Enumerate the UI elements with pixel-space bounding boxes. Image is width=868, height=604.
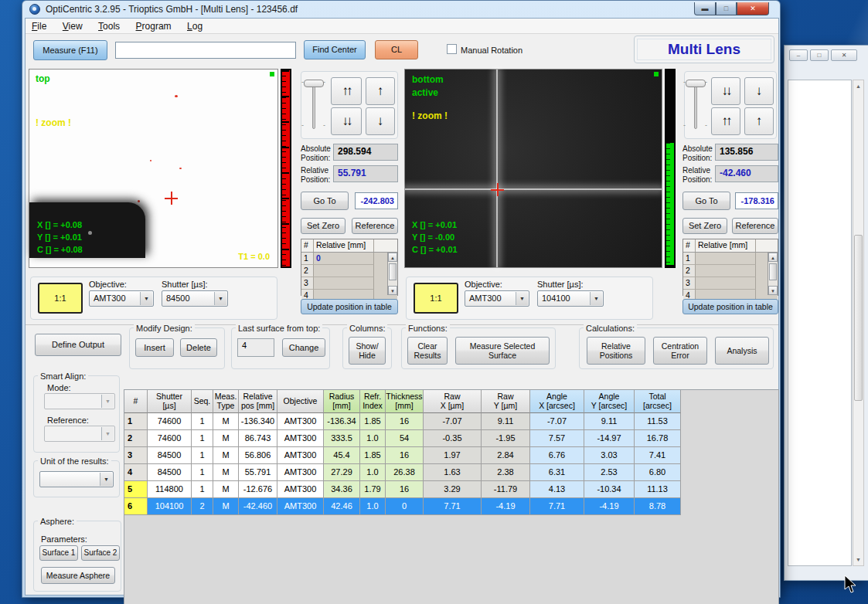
table-cell[interactable]: 84500 <box>148 464 192 481</box>
table-cell[interactable]: AMT300 <box>277 481 324 498</box>
table-cell[interactable]: 8.78 <box>635 498 681 515</box>
table-cell[interactable]: AMT300 <box>277 430 324 447</box>
table-cell[interactable]: 3.29 <box>424 481 482 498</box>
command-input[interactable] <box>115 42 296 59</box>
bg-close-icon[interactable]: ✕ <box>831 49 857 61</box>
table-cell[interactable]: 74600 <box>148 430 192 447</box>
table-cell[interactable]: 7.71 <box>530 498 584 515</box>
right-camera-view[interactable]: bottom active ! zoom ! X [] = +0.01 Y []… <box>404 69 662 268</box>
left-update-position-button[interactable]: Update position in table <box>301 299 398 314</box>
table-cell[interactable]: 16 <box>386 413 424 430</box>
left-ratio-button[interactable]: 1:1 <box>38 283 83 314</box>
table-cell[interactable]: -4.19 <box>584 498 635 515</box>
scroll-down-icon[interactable]: ▼ <box>854 555 863 565</box>
pos-table-scrollbar[interactable]: ▲ ▼ <box>387 253 397 295</box>
table-cell[interactable]: 55.791 <box>239 464 277 481</box>
column-header[interactable]: Relativepos [mm] <box>239 390 277 413</box>
table-cell[interactable]: 11.13 <box>635 481 681 498</box>
table-cell[interactable]: M <box>213 498 239 515</box>
right-slider[interactable] <box>694 81 697 129</box>
move-up-fast-button[interactable]: ↑↑ <box>331 77 362 105</box>
table-cell[interactable]: -11.79 <box>482 481 530 498</box>
position-row[interactable]: 2 <box>683 265 778 277</box>
move-down-button[interactable]: ↓ <box>366 107 395 135</box>
table-cell[interactable]: 6.76 <box>530 447 584 464</box>
clear-results-button[interactable]: Clear Results <box>407 337 448 365</box>
column-header[interactable]: Meas.Type <box>213 390 239 413</box>
table-row[interactable]: 3845001M56.806AMT30045.41.85161.972.846.… <box>124 447 778 464</box>
table-cell[interactable]: 56.806 <box>239 447 277 464</box>
table-cell[interactable]: 45.4 <box>324 447 360 464</box>
menu-log[interactable]: Log <box>181 19 209 33</box>
unit-dropdown[interactable]: ▼ <box>39 471 114 487</box>
left-reference-button[interactable]: Reference <box>352 218 398 234</box>
table-cell[interactable]: 42.46 <box>324 498 360 515</box>
left-goto-button[interactable]: Go To <box>301 192 349 210</box>
column-header[interactable]: RawY [µm] <box>482 390 530 413</box>
surface2-button[interactable]: Surface 2 <box>81 545 120 561</box>
measure-asphere-button[interactable]: Measure Asphere <box>41 567 115 584</box>
change-button[interactable]: Change <box>282 338 325 357</box>
table-cell[interactable]: 34.36 <box>324 481 360 498</box>
table-cell[interactable]: AMT300 <box>277 447 324 464</box>
analysis-button[interactable]: Analysis <box>715 337 769 365</box>
table-cell[interactable]: 84500 <box>148 447 192 464</box>
table-row[interactable]: 1746001M-136.340AMT300-136.341.8516-7.07… <box>124 413 778 430</box>
table-row[interactable]: 51148001M-12.676AMT30034.361.79163.29-11… <box>124 481 778 498</box>
bg-minimize-button[interactable]: – <box>789 49 808 61</box>
table-cell[interactable]: 54 <box>386 430 424 447</box>
position-row[interactable]: 3 <box>683 277 778 290</box>
table-cell[interactable]: 74600 <box>148 413 192 430</box>
move-down-fast-button[interactable]: ↓↓ <box>711 77 740 105</box>
position-row[interactable]: 3 <box>301 277 397 290</box>
table-cell[interactable]: M <box>213 447 239 464</box>
table-row[interactable]: 4845001M55.791AMT30027.291.026.381.632.3… <box>124 464 778 481</box>
show-hide-button[interactable]: Show/ Hide <box>349 337 386 365</box>
table-cell[interactable]: AMT300 <box>277 413 324 430</box>
table-cell[interactable]: 1 <box>192 413 213 430</box>
centration-error-button[interactable]: Centration Error <box>653 337 707 365</box>
minimize-button[interactable]: ▬ <box>694 2 716 15</box>
mode-dropdown[interactable]: ▼ <box>44 393 115 409</box>
find-center-button[interactable]: Find Center <box>304 40 366 59</box>
move-down-fast-button[interactable]: ↓↓ <box>331 107 362 135</box>
table-cell[interactable]: AMT300 <box>277 498 324 515</box>
table-cell[interactable]: -4.19 <box>482 498 530 515</box>
table-cell[interactable]: 1 <box>192 464 213 481</box>
left-position-table[interactable]: # Relative [mm] 10234 ▲ ▼ <box>301 239 398 296</box>
table-cell[interactable]: 1 <box>192 430 213 447</box>
table-cell[interactable]: M <box>213 464 239 481</box>
relative-positions-button[interactable]: Relative Positions <box>587 337 645 365</box>
table-cell[interactable]: 0 <box>386 498 424 515</box>
insert-button[interactable]: Insert <box>135 338 174 357</box>
pos-table-scrollbar[interactable]: ▲ ▼ <box>768 253 778 295</box>
close-button[interactable]: ✕ <box>737 2 769 15</box>
column-header[interactable]: Seq. <box>192 390 213 413</box>
menu-view[interactable]: View <box>56 19 89 33</box>
surface1-button[interactable]: Surface 1 <box>39 545 78 561</box>
row-number[interactable]: 3 <box>124 447 148 464</box>
column-header[interactable]: Thickness[mm] <box>386 390 424 413</box>
table-row[interactable]: 61041002M-42.460AMT30042.461.007.71-4.19… <box>124 498 778 515</box>
table-row[interactable]: 2746001M86.743AMT300333.51.054-0.35-1.95… <box>124 430 778 447</box>
column-header[interactable]: Radius[mm] <box>324 390 360 413</box>
table-cell[interactable]: 27.29 <box>324 464 360 481</box>
left-set-zero-button[interactable]: Set Zero <box>301 218 345 234</box>
column-header[interactable]: # <box>124 390 148 413</box>
column-header[interactable]: AngleY [arcsec] <box>584 390 635 413</box>
table-cell[interactable]: 16.78 <box>635 430 681 447</box>
move-up-fast-button[interactable]: ↑↑ <box>711 107 740 135</box>
table-cell[interactable]: 16 <box>386 481 424 498</box>
menu-tools[interactable]: Tools <box>92 19 126 33</box>
titlebar[interactable]: OptiCentric 3.2.95 - Trioptics GmbH - [M… <box>22 1 780 18</box>
maximize-button[interactable]: □ <box>716 2 737 15</box>
table-cell[interactable]: 1.85 <box>360 447 386 464</box>
table-cell[interactable]: 1.0 <box>360 498 386 515</box>
row-number[interactable]: 6 <box>124 498 148 515</box>
table-cell[interactable]: 2.84 <box>482 447 530 464</box>
right-shutter-dropdown[interactable]: 104100▼ <box>537 290 604 307</box>
scrollbar-thumb[interactable] <box>854 235 863 401</box>
column-header[interactable]: Shutter[µs] <box>148 390 192 413</box>
row-number[interactable]: 2 <box>124 430 148 447</box>
move-up-button[interactable]: ↑ <box>744 107 774 135</box>
